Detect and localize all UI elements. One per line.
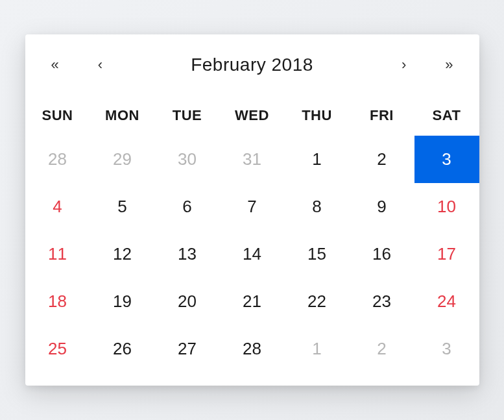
weekday-wed: WED bbox=[220, 107, 285, 124]
calendar-header: « ‹ February 2018 › » bbox=[25, 54, 479, 94]
nav-right-group: › » bbox=[395, 54, 460, 76]
prev-year-button[interactable]: « bbox=[45, 54, 66, 76]
days-grid: 2829303112345678910111213141516171819202… bbox=[25, 136, 479, 373]
weekday-sat: SAT bbox=[414, 107, 479, 124]
day-cell[interactable]: 19 bbox=[90, 278, 155, 325]
day-cell[interactable]: 4 bbox=[25, 183, 90, 230]
day-cell[interactable]: 13 bbox=[155, 230, 220, 278]
day-cell[interactable]: 5 bbox=[90, 183, 155, 230]
day-cell[interactable]: 31 bbox=[220, 136, 285, 183]
day-cell[interactable]: 29 bbox=[90, 136, 155, 183]
day-cell[interactable]: 27 bbox=[155, 325, 220, 373]
nav-left-group: « ‹ bbox=[45, 54, 110, 76]
day-cell[interactable]: 9 bbox=[350, 183, 414, 230]
calendar: « ‹ February 2018 › » SUN MON TUE WED TH… bbox=[25, 34, 479, 386]
day-cell[interactable]: 18 bbox=[25, 278, 90, 325]
next-year-button[interactable]: » bbox=[438, 54, 459, 76]
day-cell[interactable]: 11 bbox=[25, 230, 90, 278]
day-cell[interactable]: 23 bbox=[350, 278, 414, 325]
day-cell[interactable]: 26 bbox=[90, 325, 155, 373]
weekday-mon: MON bbox=[90, 107, 155, 124]
day-cell[interactable]: 6 bbox=[155, 183, 220, 230]
day-cell[interactable]: 17 bbox=[414, 230, 479, 278]
calendar-title[interactable]: February 2018 bbox=[191, 55, 313, 75]
weekday-row: SUN MON TUE WED THU FRI SAT bbox=[25, 94, 479, 136]
day-cell[interactable]: 12 bbox=[90, 230, 155, 278]
day-cell[interactable]: 16 bbox=[350, 230, 414, 278]
day-cell[interactable]: 1 bbox=[285, 136, 350, 183]
day-cell[interactable]: 30 bbox=[155, 136, 220, 183]
day-cell[interactable]: 25 bbox=[25, 325, 90, 373]
next-month-button[interactable]: › bbox=[395, 54, 413, 76]
day-cell[interactable]: 2 bbox=[350, 136, 414, 183]
day-cell[interactable]: 20 bbox=[155, 278, 220, 325]
day-cell[interactable]: 21 bbox=[220, 278, 285, 325]
weekday-tue: TUE bbox=[155, 107, 220, 124]
weekday-sun: SUN bbox=[25, 107, 90, 124]
day-cell[interactable]: 8 bbox=[285, 183, 350, 230]
day-cell[interactable]: 2 bbox=[350, 325, 414, 373]
day-cell[interactable]: 15 bbox=[285, 230, 350, 278]
weekday-fri: FRI bbox=[350, 107, 414, 124]
day-cell[interactable]: 10 bbox=[414, 183, 479, 230]
day-cell[interactable]: 7 bbox=[220, 183, 285, 230]
day-cell[interactable]: 22 bbox=[285, 278, 350, 325]
day-cell[interactable]: 1 bbox=[285, 325, 350, 373]
weekday-thu: THU bbox=[285, 107, 350, 124]
day-cell[interactable]: 3 bbox=[414, 136, 479, 183]
day-cell[interactable]: 28 bbox=[220, 325, 285, 373]
day-cell[interactable]: 14 bbox=[220, 230, 285, 278]
day-cell[interactable]: 3 bbox=[414, 325, 479, 373]
day-cell[interactable]: 24 bbox=[414, 278, 479, 325]
day-cell[interactable]: 28 bbox=[25, 136, 90, 183]
prev-month-button[interactable]: ‹ bbox=[91, 54, 109, 76]
